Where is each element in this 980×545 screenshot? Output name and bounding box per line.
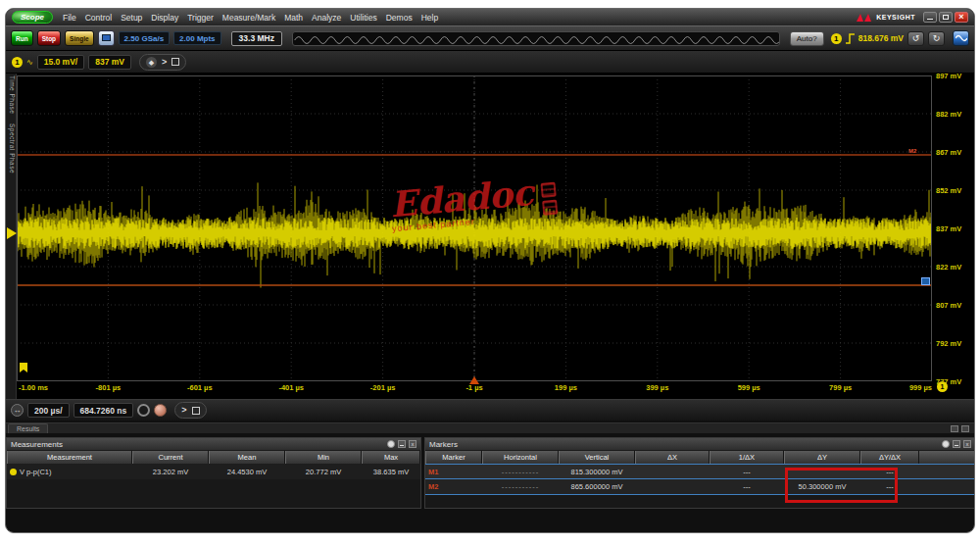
measurement-value-cell: 38.635 mV (362, 468, 420, 476)
col-header-current: Current (132, 451, 209, 464)
horizontal-icon[interactable]: ↔ (11, 404, 24, 417)
menu-math[interactable]: Math (284, 13, 303, 23)
marker-cell: 815.300000 mV (559, 468, 635, 476)
results-strip-icons (951, 425, 969, 432)
waveform-display[interactable]: Time Phase Spectral Phase M2 1 Edadoc yo… (6, 74, 974, 399)
toolbar: Run Stop Single 2.50 GSa/s 2.00 Mpts 33.… (6, 25, 974, 51)
col-header--y-x: ΔY/ΔX (860, 451, 919, 464)
y-axis-label: 822 mV (936, 263, 975, 272)
col-header-filler (919, 451, 975, 464)
move-icon[interactable]: ◆ (146, 57, 157, 68)
x-axis-label: 399 µs (646, 383, 668, 392)
col-header-mean: Mean (209, 451, 285, 464)
channel-nav-group: ◆ > (139, 54, 186, 71)
menu-file[interactable]: File (63, 13, 76, 23)
minimize-icon[interactable] (923, 12, 937, 23)
markers-header-row: MarkerHorizontalVerticalΔX1/ΔXΔYΔY/ΔX (425, 451, 975, 464)
trigger-level-handle[interactable] (921, 277, 930, 285)
menu-measure-mark[interactable]: Measure/Mark (222, 13, 275, 23)
panel-icons: x (942, 440, 971, 448)
strip-minimize-icon[interactable] (951, 425, 958, 432)
memory-depth-readout: 2.00 Mpts (173, 31, 220, 45)
channel-scale-field[interactable]: 15.0 mV/ (37, 55, 85, 70)
single-button[interactable]: Single (65, 30, 94, 46)
timebase-position-field[interactable]: 684.7260 ns (74, 403, 134, 418)
marker-cell: --- (710, 468, 784, 476)
marker-row-m1[interactable]: M1-----------815.300000 mV------ (425, 464, 975, 479)
marker-m2-tag[interactable]: M2 (908, 148, 916, 154)
menu-analyze[interactable]: Analyze (312, 13, 341, 23)
menu-demos[interactable]: Demos (386, 13, 413, 23)
strip-close-icon[interactable] (961, 425, 969, 432)
expand-icon[interactable]: > (181, 403, 186, 418)
y-axis-label: 777 mV (936, 377, 975, 386)
col-header-measurement: Measurement (7, 451, 132, 464)
panel-options-icon[interactable] (942, 440, 950, 448)
channel-1-color-dot (10, 469, 17, 475)
display-settings-icon[interactable] (98, 30, 115, 46)
redo-icon[interactable]: ↻ (928, 31, 945, 46)
trigger-settings[interactable]: 1 818.676 mV (831, 32, 904, 45)
horizontal-nav-group: > (174, 402, 206, 419)
tab-spectral-phase[interactable]: Spectral Phase (6, 124, 16, 173)
channel-1-badge[interactable]: 1 (12, 57, 23, 68)
y-axis-label: 837 mV (936, 224, 975, 233)
menu-trigger[interactable]: Trigger (187, 13, 214, 23)
graticule-area[interactable] (17, 75, 932, 381)
window-buttons (923, 12, 968, 23)
panel-minimize-icon[interactable] (953, 440, 960, 448)
measurement-row[interactable]: V p-p(C1)23.202 mV24.4530 mV20.772 mV38.… (7, 464, 420, 479)
marker-row-m2[interactable]: M2-----------865.600000 mV---50.300000 m… (425, 479, 975, 495)
maximize-icon[interactable] (939, 12, 953, 23)
x-axis-label: 999 µs (909, 383, 932, 392)
y-axis-label: 867 mV (936, 148, 975, 157)
panel-close-icon[interactable]: x (963, 440, 971, 448)
x-axis-label: -1.00 ms (19, 383, 48, 392)
channel-bar: 1 ∿ 15.0 mV/ 837 mV ◆ > (6, 51, 974, 74)
menu-display[interactable]: Display (151, 13, 178, 23)
marker-cell: --- (860, 468, 919, 476)
menu-control[interactable]: Control (85, 13, 112, 23)
scope-app-icon[interactable] (953, 30, 969, 46)
col-header-max: Max (362, 451, 420, 464)
tab-time-phase[interactable]: Time Phase (6, 75, 16, 114)
rising-edge-icon (845, 32, 856, 45)
zoom-mode-icon[interactable] (137, 404, 150, 417)
undo-icon[interactable]: ↺ (907, 31, 924, 46)
panel-options-icon[interactable] (387, 440, 395, 448)
markers-panel-title: Markers (429, 440, 458, 449)
run-button[interactable]: Run (11, 30, 33, 46)
results-tab[interactable]: Results (8, 423, 48, 433)
channel-offset-field[interactable]: 837 mV (88, 55, 131, 70)
oscilloscope-window: Scope FileControlSetupDisplayTriggerMeas… (5, 8, 975, 533)
marker-cell: 50.300000 mV (784, 482, 860, 491)
marker-cell: ----------- (482, 468, 559, 476)
measurement-value-cell: 20.772 mV (285, 468, 362, 476)
panel-close-icon[interactable]: x (409, 440, 416, 448)
menu-help[interactable]: Help (421, 13, 438, 23)
results-strip: Results (6, 422, 974, 433)
horizontal-bar: ↔ 200 µs/ 684.7260 ns > (6, 399, 974, 421)
x-axis-label: -601 µs (187, 383, 213, 392)
col-header-1-x: 1/ΔX (710, 451, 784, 464)
waveform-preview-strip[interactable] (292, 31, 780, 46)
expand-icon[interactable]: > (162, 55, 167, 70)
trigger-channel-badge: 1 (831, 33, 842, 44)
waveform-preview-icon (293, 32, 779, 46)
col-header-vertical: Vertical (559, 451, 635, 464)
panel-minimize-icon[interactable] (398, 440, 406, 448)
measurements-panel: Measurements x MeasurementCurrentMeanMin… (6, 437, 421, 509)
dock-icon[interactable] (192, 407, 200, 415)
menu-setup[interactable]: Setup (121, 13, 142, 23)
y-axis-label: 882 mV (936, 110, 975, 119)
timebase-scale-field[interactable]: 200 µs/ (27, 403, 70, 418)
stop-button[interactable]: Stop (37, 30, 61, 46)
close-icon[interactable] (955, 12, 968, 23)
touch-zone-icon[interactable] (154, 404, 167, 417)
dock-icon[interactable] (172, 58, 179, 66)
menu-utilities[interactable]: Utilities (350, 13, 376, 23)
marker-cell: --- (860, 482, 919, 491)
marker-cell: --- (710, 482, 784, 491)
sample-rate-readout: 2.50 GSa/s (119, 31, 170, 45)
auto-trigger-button[interactable]: Auto? (790, 31, 824, 46)
